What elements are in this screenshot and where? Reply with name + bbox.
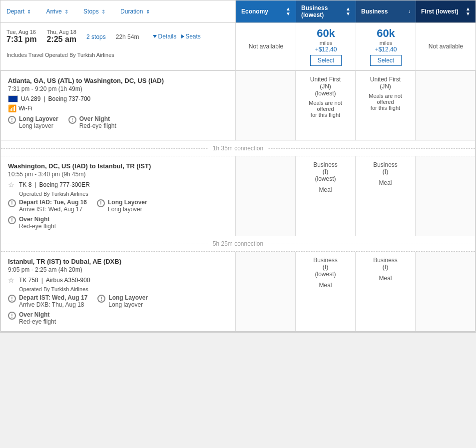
segment-row-2: Washington, DC, US (IAD) to Istanbul, TR… xyxy=(1,156,475,236)
business-lowest-cell: 60k miles +$12.40 Select xyxy=(296,23,356,70)
cabin-headers: Economy ▲▼ Business (lowest) ▲▼ Business… xyxy=(236,0,476,22)
seg3-alert-1-text: Depart IST: Wed, Aug 17 Arrive DXB: Thu,… xyxy=(19,294,87,308)
seg1-alert-2: ! Over Night Red-eye flight xyxy=(68,115,116,129)
duration-block: 22h 54m xyxy=(116,33,139,40)
alert-icon-seg3-2: ! xyxy=(97,295,105,303)
segment-row-1: Atlanta, GA, US (ATL) to Washington, DC,… xyxy=(1,71,475,141)
seg3-biz-cell: Business (I) Meal xyxy=(355,252,415,331)
depart-block: Tue, Aug 16 7:31 pm xyxy=(6,29,36,44)
seg1-separator: | xyxy=(43,95,45,102)
biz-select-btn[interactable]: Select xyxy=(370,55,402,66)
cabin-header-business[interactable]: Business ↓ xyxy=(356,0,416,22)
seg2-biz-lowest-cell: Business (I) (lowest) Meal xyxy=(295,156,355,236)
arrive-time: 2:25 am xyxy=(46,35,76,44)
segment-info-3: Istanbul, TR (IST) to Dubai, AE (DXB) 9:… xyxy=(1,252,235,331)
seg3-alert-2-text: Long Layover Long layover xyxy=(108,294,148,308)
segment-info-1: Atlanta, GA, US (ATL) to Washington, DC,… xyxy=(1,71,235,140)
seg2-aircraft: Boeing 777-300ER xyxy=(39,181,89,188)
connection-2: 5h 25m connection xyxy=(1,236,475,252)
seg3-alert2-1: ! Over Night Red-eye flight xyxy=(8,311,56,325)
biz-lowest-miles-label: miles xyxy=(320,40,333,46)
seg2-first-empty xyxy=(415,156,475,236)
seg2-alert-1: ! Depart IAD: Tue, Aug 16 Arrive IST: We… xyxy=(8,199,87,213)
sort-arrive[interactable]: Arrive ⇕ xyxy=(46,8,68,15)
seg1-alerts: ! Long Layover Long layover ! Over Night… xyxy=(8,115,228,129)
seg2-biz-cell: Business (I) Meal xyxy=(355,156,415,236)
seg2-alert2-1: ! Over Night Red-eye flight xyxy=(8,216,56,230)
seg3-alert2-1-text: Over Night Red-eye flight xyxy=(19,311,56,325)
flight-summary-row: Tue, Aug 16 7:31 pm Thu, Aug 18 2:25 am … xyxy=(0,23,476,70)
travel-operator: Includes Travel Operated By Turkish Airl… xyxy=(0,50,235,61)
segment-info-2: Washington, DC, US (IAD) to Istanbul, TR… xyxy=(1,156,235,236)
cabin-header-business-lowest[interactable]: Business (lowest) ▲▼ xyxy=(296,0,356,22)
connection-2-label: 5h 25m connection xyxy=(208,240,268,247)
stops-count: 2 stops xyxy=(86,33,106,40)
seg3-aircraft: Airbus A350-900 xyxy=(46,277,90,284)
tk2-star-icon xyxy=(8,276,16,284)
seg2-route: Washington, DC, US (IAD) to Istanbul, TR… xyxy=(8,162,228,170)
sort-stops[interactable]: Stops ⇕ xyxy=(83,8,105,15)
duration: 22h 54m xyxy=(116,33,139,40)
seg1-route: Atlanta, GA, US (ATL) to Washington, DC,… xyxy=(8,77,228,84)
details-link[interactable]: Details xyxy=(153,33,176,40)
seg1-times: 7:31 pm - 9:20 pm (1h 49m) xyxy=(8,85,228,92)
seg3-first-empty xyxy=(415,252,475,331)
biz-lowest-price: +$12.40 xyxy=(315,46,337,53)
alert-icon-seg2-3: ! xyxy=(8,216,16,224)
seg3-times: 9:05 pm - 2:25 am (4h 20m) xyxy=(8,266,228,273)
ua-flag-icon xyxy=(8,95,18,102)
alert-icon-seg3-3: ! xyxy=(8,312,16,320)
seg2-alert-2: ! Long Layover Long layover xyxy=(97,199,147,213)
seg3-alerts: ! Depart IST: Wed, Aug 17 Arrive DXB: Th… xyxy=(8,294,228,308)
seg1-alert-2-text: Over Night Red-eye flight xyxy=(79,115,116,129)
seg2-alert-2-text: Long Layover Long layover xyxy=(108,199,147,213)
economy-not-available: Not available xyxy=(249,43,283,50)
sort-duration[interactable]: Duration ⇕ xyxy=(120,8,150,15)
header-row: Depart ⇕ Arrive ⇕ Stops ⇕ Duration ⇕ Eco… xyxy=(0,0,476,23)
seats-arrow-icon xyxy=(181,34,184,38)
connection-1: 1h 35m connection xyxy=(1,141,475,156)
seg3-alert-1: ! Depart IST: Wed, Aug 17 Arrive DXB: Th… xyxy=(8,294,87,308)
seg3-alerts2: ! Over Night Red-eye flight xyxy=(8,311,228,325)
main-container: Depart ⇕ Arrive ⇕ Stops ⇕ Duration ⇕ Eco… xyxy=(0,0,476,333)
alert-icon-seg2-2: ! xyxy=(97,199,105,207)
seg3-flight: TK 758 | Airbus A350-900 xyxy=(8,276,228,284)
seg3-route: Istanbul, TR (IST) to Dubai, AE (DXB) xyxy=(8,258,228,265)
alert-icon-seg3-1: ! xyxy=(8,295,16,303)
cabin-header-economy[interactable]: Economy ▲▼ xyxy=(236,0,296,22)
business-sort-arrows: ↓ xyxy=(408,9,411,14)
arrive-sort-arrow: ⇕ xyxy=(64,9,68,14)
seg1-flight: UA 289 | Boeing 737-700 xyxy=(8,95,228,102)
depart-sort-arrow: ⇕ xyxy=(27,9,31,14)
stops-sort-arrow: ⇕ xyxy=(101,9,105,14)
seg3-biz-lowest-cell: Business (I) (lowest) Meal xyxy=(295,252,355,331)
seg1-economy-empty xyxy=(235,71,295,140)
sort-depart[interactable]: Depart ⇕ xyxy=(6,8,31,15)
seg1-alert-1-text: Long Layover Long layover xyxy=(19,115,58,129)
seg2-alerts: ! Depart IAD: Tue, Aug 16 Arrive IST: We… xyxy=(8,199,228,213)
first-sort-arrows: ▲▼ xyxy=(466,6,471,16)
cabin-header-first[interactable]: First (lowest) ▲▼ xyxy=(416,0,476,22)
biz-lowest-select-btn[interactable]: Select xyxy=(310,55,342,66)
business-cell: 60k miles +$12.40 Select xyxy=(356,23,416,70)
tk-star-icon xyxy=(8,181,16,189)
seg3-alert-2: ! Long Layover Long layover xyxy=(97,294,148,308)
first-cell: Not available xyxy=(416,23,476,70)
seg2-times: 10:55 pm - 3:40 pm (9h 45m) xyxy=(8,171,228,178)
seg1-biz-cell: United First (JN) Meals are not offered … xyxy=(355,71,415,140)
alert-icon-2: ! xyxy=(68,116,76,124)
summary-cabin-cells: Not available 60k miles +$12.40 Select 6… xyxy=(236,23,476,70)
details-seats: Details Seats xyxy=(149,28,204,45)
seats-link[interactable]: Seats xyxy=(181,33,201,40)
seg2-alert2-1-text: Over Night Red-eye flight xyxy=(19,216,56,230)
details-arrow-icon xyxy=(153,35,157,38)
depart-date: Tue, Aug 16 xyxy=(6,29,36,35)
seg2-flight-num: TK 8 xyxy=(19,181,31,188)
stops-block: 2 stops xyxy=(86,33,106,40)
connection-1-label: 1h 35m connection xyxy=(208,145,268,152)
biz-miles-label: miles xyxy=(380,40,393,46)
seg3-separator: | xyxy=(41,277,43,284)
economy-cell: Not available xyxy=(236,23,296,70)
alert-icon-seg2-1: ! xyxy=(8,199,16,207)
biz-price: +$12.40 xyxy=(375,46,397,53)
